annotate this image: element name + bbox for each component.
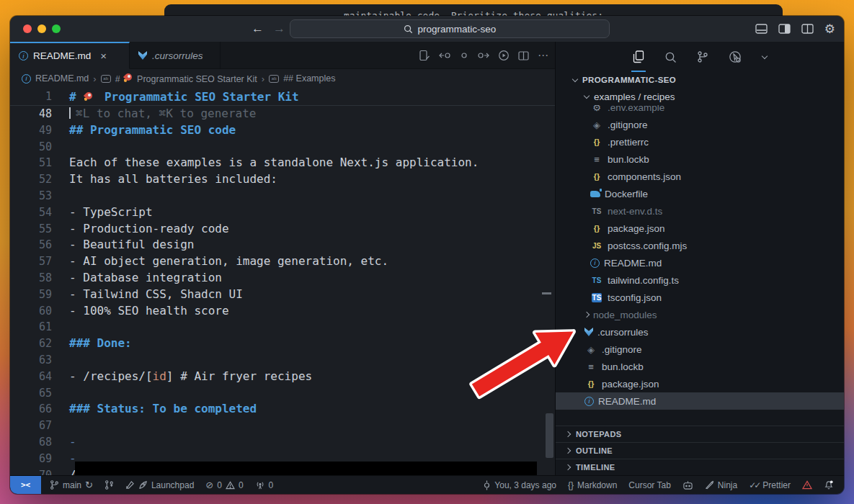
editor-line[interactable]: 60- 100% SEO health score: [10, 303, 555, 320]
cursor-tab-item[interactable]: Cursor Tab: [628, 480, 670, 490]
back-icon[interactable]: ←: [252, 22, 264, 36]
tree-item-postcss-config-mjs[interactable]: JSpostcss.config.mjs: [556, 237, 844, 254]
editor-line[interactable]: 66### Status: To be completed: [10, 401, 555, 418]
editor-line[interactable]: 65: [10, 385, 555, 402]
breadcrumb-file[interactable]: README.md: [35, 73, 89, 84]
editor-line[interactable]: 68-: [10, 434, 555, 451]
section-notepads[interactable]: NOTEPADS: [556, 426, 844, 442]
next-change-icon[interactable]: [477, 51, 489, 60]
launchpad-item[interactable]: Launchpad: [125, 480, 194, 490]
explorer-icon[interactable]: [633, 42, 644, 72]
robot-icon[interactable]: [682, 480, 693, 490]
settings-gear-icon[interactable]: ⚙: [824, 22, 835, 35]
toggle-panel-icon[interactable]: [755, 24, 768, 34]
git-checkout-item[interactable]: [104, 480, 114, 490]
ninja-item[interactable]: Ninja: [705, 480, 737, 490]
cursor-agent-icon[interactable]: [729, 42, 742, 72]
breadcrumb-h1[interactable]: # Programmatic SEO Starter Kit: [115, 73, 257, 84]
editor-line[interactable]: 63: [10, 352, 555, 369]
editor-content[interactable]: 48⌘L to chat, ⌘K to generate49## Program…: [10, 106, 555, 475]
tree-item--gitignore[interactable]: ◈.gitignore: [556, 116, 844, 133]
minimize-window-button[interactable]: [37, 24, 46, 33]
close-window-button[interactable]: [23, 24, 32, 33]
source-control-icon[interactable]: [697, 42, 708, 72]
editor-line[interactable]: 52It has all batteries included:: [10, 171, 555, 188]
section-timeline[interactable]: TIMELINE: [556, 459, 844, 475]
tree-item-next-env-d-ts[interactable]: TSnext-env.d.ts: [556, 202, 844, 220]
gear-icon: ⚙: [590, 105, 603, 113]
readme-file-icon: i: [19, 51, 28, 60]
forward-icon[interactable]: →: [273, 22, 285, 36]
remote-indicator[interactable]: ><: [10, 476, 41, 495]
problems-item[interactable]: ⊘ 0 0: [205, 480, 243, 490]
prev-change-icon[interactable]: [439, 51, 451, 60]
tree-item-dockerfile[interactable]: Dockerfile: [556, 185, 844, 202]
section-outline[interactable]: OUTLINE: [556, 442, 844, 459]
tab-readme[interactable]: i README.md ×: [10, 42, 130, 69]
editor-line[interactable]: 56- Beautiful design: [10, 237, 555, 253]
chevron-down-icon[interactable]: [762, 42, 767, 72]
radio-tower-icon: [255, 481, 265, 490]
tree-item-package-json[interactable]: {}package.json: [556, 220, 844, 237]
info-icon: i: [590, 258, 600, 268]
tree-item-tailwind-config-ts[interactable]: TStailwind.config.ts: [556, 271, 844, 289]
editor-line[interactable]: 54- TypeScript: [10, 204, 555, 221]
editor-line[interactable]: 67: [10, 418, 555, 434]
ports-item[interactable]: 0: [255, 480, 274, 490]
current-change-icon[interactable]: [460, 51, 468, 60]
tree-item-node-modules[interactable]: node_modules: [556, 306, 844, 323]
tab-cursorrules[interactable]: .cursorrules: [130, 42, 221, 69]
command-search-input[interactable]: programmatic-seo: [290, 19, 610, 38]
tree-item-components-json[interactable]: {}components.json: [556, 168, 844, 185]
editor-line[interactable]: 58- Database integration: [10, 270, 555, 287]
toggle-secondary-sidebar-icon[interactable]: [778, 24, 791, 34]
tree-item--prettierrc[interactable]: {}.prettierrc: [556, 133, 844, 150]
git-blame-item[interactable]: You, 3 days ago: [483, 480, 556, 490]
editor-line[interactable]: 59- Tailwind CSS, Shadcn UI: [10, 287, 555, 303]
folder-examples-recipes[interactable]: examples / recipes: [556, 88, 844, 105]
run-icon[interactable]: [498, 50, 510, 61]
tree-item-bun-lockb[interactable]: ≡bun.lockb: [556, 150, 844, 168]
editor-scrollbar[interactable]: [546, 413, 553, 458]
tree-item-tsconfig-json[interactable]: TStsconfig.json: [556, 289, 844, 306]
editor-line[interactable]: 64- /recipes/[id] # Air fryer recipes: [10, 369, 555, 385]
rocket-icon: [84, 91, 94, 101]
search-icon[interactable]: [664, 42, 677, 72]
markdown-symbol-icon: ab: [269, 75, 279, 83]
tree-item--env-example[interactable]: ⚙.env.example: [556, 105, 844, 116]
tree-item--cursorrules[interactable]: .cursorrules: [556, 323, 844, 341]
editor-line[interactable]: 57- AI object generation, image generati…: [10, 253, 555, 270]
file-name: README.md: [598, 396, 656, 407]
file-name: .gitignore: [608, 120, 648, 130]
editor-line[interactable]: 50: [10, 139, 555, 156]
maximize-window-button[interactable]: [52, 24, 61, 33]
tree-item--gitignore[interactable]: ◈.gitignore: [556, 341, 844, 358]
editor-line[interactable]: 48⌘L to chat, ⌘K to generate: [10, 106, 555, 122]
project-header[interactable]: PROGRAMMATIC-SEO: [556, 72, 844, 88]
tree-item-readme-md[interactable]: iREADME.md: [556, 254, 844, 271]
breadcrumb-h2[interactable]: ## Examples: [283, 73, 335, 84]
editor-line[interactable]: 51Each of these examples is a standalone…: [10, 155, 555, 171]
whale-icon: [590, 191, 600, 197]
alert-icon[interactable]: [802, 480, 812, 490]
close-tab-icon[interactable]: ×: [100, 50, 107, 62]
editor-line[interactable]: 61: [10, 319, 555, 336]
line-content: - Beautiful design: [52, 237, 194, 253]
prettier-item[interactable]: ✓✓ Prettier: [749, 480, 791, 490]
sticky-scroll-line[interactable]: 1 # Programmatic SEO Starter Kit: [10, 88, 555, 106]
tree-item-package-json[interactable]: {}package.json: [556, 375, 844, 392]
editor-line[interactable]: 55- Production-ready code: [10, 221, 555, 238]
tree-item-readme-md[interactable]: iREADME.md: [556, 392, 844, 410]
line-number: 64: [10, 369, 52, 385]
git-branch-item[interactable]: main ↻: [50, 480, 93, 490]
language-mode-item[interactable]: {} Markdown: [568, 480, 617, 490]
editor-line[interactable]: 62### Done:: [10, 336, 555, 352]
split-editor-icon[interactable]: [518, 51, 529, 60]
more-actions-icon[interactable]: ⋯: [538, 49, 549, 62]
editor-line[interactable]: 49## Programmatic SEO code: [10, 122, 555, 139]
notifications-bell-icon[interactable]: [824, 480, 834, 490]
split-layout-icon[interactable]: [801, 24, 814, 34]
notebook-edit-icon[interactable]: [419, 50, 430, 61]
tree-item-bun-lockb[interactable]: ≡bun.lockb: [556, 358, 844, 375]
editor-line[interactable]: 53: [10, 188, 555, 204]
